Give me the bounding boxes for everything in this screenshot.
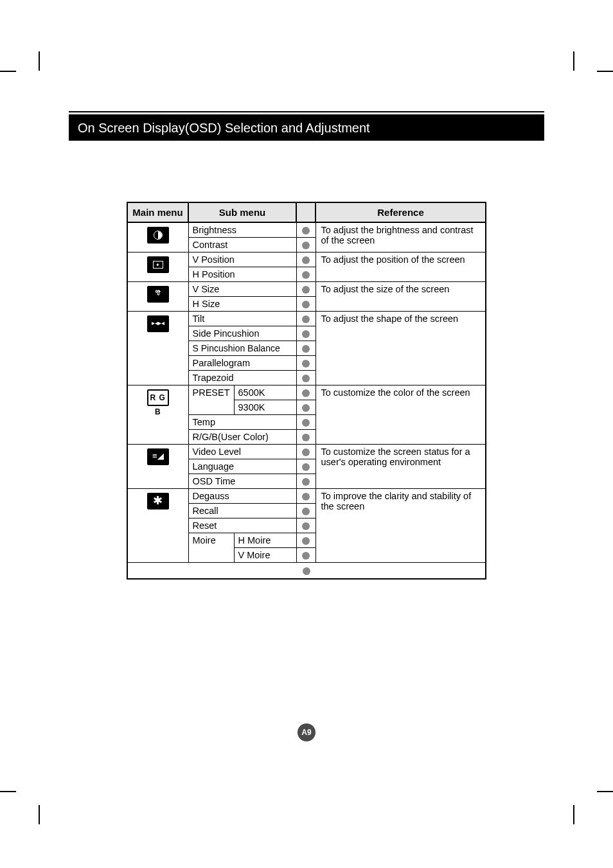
dot [302,256,310,264]
header-reference: Reference [315,202,486,222]
dot [302,345,310,353]
sub-trapezoid: Trapezoid [188,371,296,385]
dot [302,242,310,249]
dot [302,552,310,560]
ref-size: To adjust the size of the screen [315,282,486,312]
dot [302,315,310,323]
header-main-menu: Main menu [127,202,188,222]
special-icon: ✱ [147,493,169,509]
dot [302,286,310,294]
sub-preset: PRESET [188,385,234,415]
dot [302,301,310,308]
sub-temp: Temp [188,415,296,430]
sub-reset: Reset [188,518,296,533]
dot [302,448,310,456]
sub-vmoire: V Moire [234,548,296,563]
sub-spincushion: S Pincushion Balance [188,341,296,356]
ref-special: To improve the clarity and stability of … [315,489,486,563]
sub-9300k: 9300K [234,400,296,415]
dot [302,493,310,500]
dot [302,330,310,338]
shape-icon: ▸◂▸◂ [147,315,169,332]
ref-brightness: To adjust the brightness and contrast of… [315,222,486,252]
sub-osdtime: OSD Time [188,474,296,489]
rgb-icon: R G B [147,389,169,406]
sub-moire: Moire [188,533,234,563]
sub-brightness: Brightness [188,222,296,238]
sub-degauss: Degauss [188,489,296,504]
sub-videolevel: Video Level [188,445,296,459]
sub-recall: Recall [188,504,296,518]
sub-contrast: Contrast [188,238,296,252]
dot [302,271,310,279]
dot [302,522,310,530]
sub-hsize: H Size [188,297,296,312]
dot [302,537,310,545]
position-icon [147,256,169,273]
sub-sidepincushion: Side Pincushion [188,326,296,341]
ref-shape: To adjust the shape of the screen [315,312,486,385]
dot [302,463,310,471]
size-icon [147,286,169,303]
sub-language: Language [188,459,296,474]
sub-vsize: V Size [188,282,296,297]
dot [302,419,310,427]
dot [302,478,310,486]
ref-color: To customize the color of the screen [315,385,486,445]
header-dot [296,202,315,222]
header-sub-menu: Sub menu [188,202,296,222]
sub-vposition: V Position [188,252,296,267]
sub-rgbuser: R/G/B(User Color) [188,430,296,445]
ref-position: To adjust the position of the screen [315,252,486,282]
dot [302,227,310,235]
page-title: On Screen Display(OSD) Selection and Adj… [69,114,544,141]
sub-hposition: H Position [188,267,296,282]
ref-setup: To customize the screen status for a use… [315,445,486,489]
sub-tilt: Tilt [188,312,296,326]
page-number: A9 [298,723,315,741]
dot [302,404,310,412]
dot [302,389,310,397]
dot [302,508,310,515]
sub-hmoire: H Moire [234,533,296,548]
dot [302,360,310,368]
brightness-icon [147,227,169,244]
dot [302,434,310,441]
sub-parallelogram: Parallelogram [188,356,296,371]
sub-6500k: 6500K [234,385,296,400]
dot [303,567,310,575]
osd-menu-table: Main menu Sub menu Reference Brightness … [127,202,486,580]
dot [302,375,310,382]
setup-icon: ≡◢ [147,448,169,465]
